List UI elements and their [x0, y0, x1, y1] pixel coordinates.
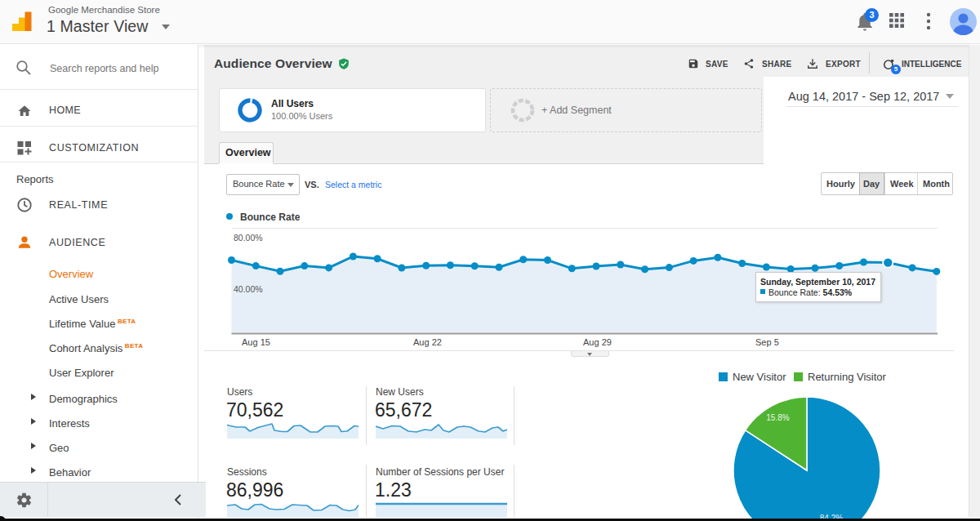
- svg-text:15.8%: 15.8%: [766, 413, 789, 422]
